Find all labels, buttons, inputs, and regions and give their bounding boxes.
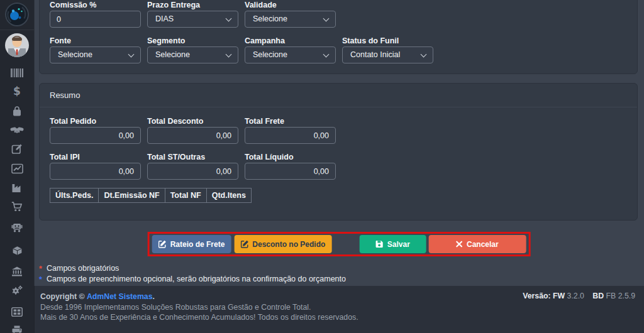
campanha-label: Campanha xyxy=(245,36,336,45)
sidebar-item-automacao[interactable] xyxy=(10,221,24,233)
field-fonte: Fonte Selecione xyxy=(50,36,141,63)
footnote-required-text: Campos obrigatórios xyxy=(47,264,119,273)
chevron-down-icon xyxy=(421,52,427,58)
total-st-outras-input[interactable] xyxy=(147,163,238,180)
col-qtd-itens: Qtd.Itens xyxy=(206,188,251,203)
validade-value: Selecione xyxy=(253,14,287,23)
footnote-required: *Campos obrigatórios xyxy=(39,264,119,273)
app-logo[interactable] xyxy=(4,2,30,27)
orders-history-table: Últs.Peds. Dt.Emissão NF Total NF Qtd.It… xyxy=(50,188,252,203)
segmento-value: Selecione xyxy=(155,50,190,59)
total-pedido-input[interactable] xyxy=(50,127,141,144)
col-total-nf: Total NF xyxy=(165,188,206,203)
fonte-label: Fonte xyxy=(50,36,141,45)
save-icon xyxy=(375,240,384,248)
version-info: Versão: FW 3.2.0 BD FB 2.5.9 xyxy=(523,292,635,300)
barcode-icon xyxy=(11,68,23,77)
status-funil-select[interactable]: Contato Inicial xyxy=(342,46,433,63)
bank-icon xyxy=(11,266,23,277)
resumo-title: Resumo xyxy=(40,84,637,107)
desconto-pedido-button[interactable]: Desconto no Pedido xyxy=(234,235,331,253)
bd-value: FB 2.5.9 xyxy=(606,292,635,300)
total-liquido-input[interactable] xyxy=(245,163,336,180)
chevron-down-icon xyxy=(323,52,330,58)
footer-line2: Desde 1996 Implementamos Soluções Robust… xyxy=(40,302,635,313)
validade-select[interactable]: Selecione xyxy=(245,11,336,28)
salvar-button[interactable]: Salvar xyxy=(359,235,426,253)
dollar-icon: $ xyxy=(13,85,21,97)
sidebar-item-fiscal[interactable] xyxy=(10,265,24,278)
copyright-text: Copyright © xyxy=(40,292,85,301)
field-total-ipi: Total IPI xyxy=(50,153,141,180)
fonte-select[interactable]: Selecione xyxy=(50,46,141,63)
total-desconto-label: Total Desconto xyxy=(147,117,238,126)
edit-icon xyxy=(158,240,167,248)
sidebar-item-compras[interactable] xyxy=(10,105,24,117)
sidebar-item-tabelas[interactable] xyxy=(10,305,24,318)
prazo-entrega-select[interactable]: DIAS xyxy=(147,11,238,28)
fonte-value: Selecione xyxy=(58,50,92,59)
segmento-select[interactable]: Selecione xyxy=(147,46,238,63)
main-content: Comissão % Prazo Entrega DIAS Validade S… xyxy=(34,0,644,333)
admnet-sistemas-link[interactable]: AdmNet Sistemas xyxy=(87,292,153,301)
status-funil-value: Contato Inicial xyxy=(350,50,400,59)
rateio-frete-button[interactable]: Rateio de Frete xyxy=(152,235,231,253)
chevron-down-icon xyxy=(226,16,232,22)
chevron-down-icon xyxy=(128,52,135,58)
total-ipi-input[interactable] xyxy=(50,163,141,180)
desconto-pedido-label: Desconto no Pedido xyxy=(252,240,325,249)
sidebar-item-impressao[interactable] xyxy=(10,324,24,333)
sidebar-item-producao[interactable] xyxy=(10,181,24,194)
field-total-desconto: Total Desconto xyxy=(147,117,238,144)
sidebar-item-parcerias[interactable] xyxy=(10,123,24,136)
campanha-value: Selecione xyxy=(253,50,287,59)
close-icon xyxy=(456,241,463,248)
annotation-highlight-box: Rateio de Frete Desconto no Pedido Salva… xyxy=(148,232,531,256)
shopping-bag-icon xyxy=(11,106,23,117)
comissao-label: Comissão % xyxy=(50,1,141,9)
fw-value: 3.2.0 xyxy=(567,292,584,300)
status-funil-label: Status do Funil xyxy=(342,36,433,45)
chevron-down-icon xyxy=(323,16,330,22)
box-icon xyxy=(12,246,23,256)
handshake-icon xyxy=(10,126,24,134)
field-total-liquido: Total Líquido xyxy=(245,153,336,180)
field-comissao: Comissão % xyxy=(50,1,141,28)
total-frete-label: Total Frete xyxy=(245,117,336,126)
edit-icon xyxy=(11,143,23,155)
empty-cell xyxy=(342,1,433,28)
robot-icon xyxy=(11,222,23,232)
salvar-label: Salvar xyxy=(387,240,410,249)
campanha-select[interactable]: Selecione xyxy=(245,46,336,63)
footnote-optional-text: Campos de preenchimento opcional, serão … xyxy=(47,275,346,283)
total-liquido-label: Total Líquido xyxy=(245,153,336,161)
total-frete-input[interactable] xyxy=(245,127,336,144)
sidebar-item-vendas[interactable] xyxy=(10,200,24,213)
sidebar-item-barcode[interactable] xyxy=(10,67,24,79)
sidebar-item-configuracoes[interactable] xyxy=(10,284,24,297)
sidebar-item-cadastro[interactable] xyxy=(10,143,24,155)
field-total-frete: Total Frete xyxy=(245,117,336,144)
sidebar-item-estoque[interactable] xyxy=(10,244,24,257)
user-avatar[interactable] xyxy=(4,33,30,58)
field-prazo-entrega: Prazo Entrega DIAS xyxy=(147,1,238,28)
col-ults-peds: Últs.Peds. xyxy=(50,188,99,203)
comissao-input[interactable] xyxy=(50,11,141,28)
footer: Copyright © AdmNet Sistemas. Desde 1996 … xyxy=(34,286,644,333)
sidebar-item-relatorios[interactable] xyxy=(10,162,24,175)
footnote-optional: *Campos de preenchimento opcional, serão… xyxy=(39,275,346,284)
cancelar-button[interactable]: Cancelar xyxy=(428,235,526,253)
sidebar: $ xyxy=(0,0,34,333)
avatar-image xyxy=(4,33,30,58)
total-pedido-label: Total Pedido xyxy=(50,117,141,126)
factory-icon xyxy=(11,182,23,193)
total-st-outras-label: Total ST/Outras xyxy=(147,153,238,161)
edit-icon xyxy=(240,240,248,248)
total-desconto-input[interactable] xyxy=(147,127,238,144)
optional-asterisk: * xyxy=(39,275,47,284)
sidebar-item-financeiro[interactable]: $ xyxy=(10,85,24,97)
prazo-entrega-value: DIAS xyxy=(155,14,174,23)
table-header-row: Últs.Peds. Dt.Emissão NF Total NF Qtd.It… xyxy=(50,188,252,203)
cancelar-label: Cancelar xyxy=(467,240,499,249)
gears-icon xyxy=(11,285,23,296)
